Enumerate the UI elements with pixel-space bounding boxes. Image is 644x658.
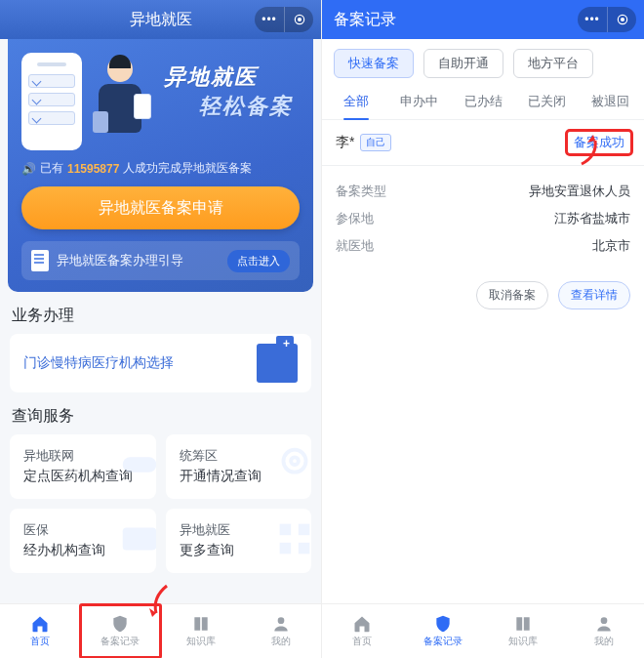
query-grid: 异地联网 定点医药机构查询 统筹区 开通情况查询 医保 经办机构查询 异地就医 … bbox=[10, 434, 311, 573]
cancel-record-button[interactable]: 取消备案 bbox=[476, 281, 548, 309]
topbar: 备案记录 bbox=[322, 0, 644, 39]
tab-knowledge[interactable]: 知识库 bbox=[161, 604, 241, 658]
svg-point-10 bbox=[278, 617, 285, 624]
user-icon bbox=[593, 614, 615, 634]
record-name: 李* bbox=[336, 134, 354, 151]
page-title: 异地就医 bbox=[130, 10, 192, 30]
chronic-label: 门诊慢特病医疗机构选择 bbox=[23, 354, 174, 372]
document-icon bbox=[31, 250, 49, 271]
tab-knowledge[interactable]: 知识库 bbox=[483, 604, 564, 658]
record-row: 参保地 江苏省盐城市 bbox=[336, 205, 630, 232]
book-icon bbox=[512, 614, 534, 634]
row-key: 备案类型 bbox=[336, 183, 386, 200]
record-row: 备案类型 异地安置退休人员 bbox=[336, 178, 630, 205]
tabbar: 首页 备案记录 知识库 我的 bbox=[322, 603, 644, 658]
subtab-processing[interactable]: 申办中 bbox=[387, 84, 451, 119]
guide-card[interactable]: 异地就医备案办理引导 点击进入 bbox=[21, 241, 300, 280]
shield-icon bbox=[432, 614, 454, 634]
screen-records: 备案记录 快速备案 自助开通 地方平台 全部 申办中 已办结 已关闭 被退回 李… bbox=[322, 0, 644, 658]
svg-point-1 bbox=[298, 19, 301, 21]
guide-text: 异地就医备案办理引导 bbox=[57, 252, 183, 269]
chip-quick[interactable]: 快速备案 bbox=[334, 49, 414, 78]
query-card-more[interactable]: 异地就医 更多查询 bbox=[166, 509, 312, 573]
tab-mine[interactable]: 我的 bbox=[241, 604, 321, 658]
hero-illustration: 异地就医 轻松备案 bbox=[21, 53, 300, 150]
guide-enter-button[interactable]: 点击进入 bbox=[227, 250, 290, 272]
query-card-agency[interactable]: 医保 经办机构查询 bbox=[10, 509, 156, 573]
row-value: 异地安置退休人员 bbox=[529, 183, 630, 200]
subtab-all[interactable]: 全部 bbox=[324, 84, 387, 119]
tab-records[interactable]: 备案记录 bbox=[80, 604, 160, 658]
tab-label: 知识库 bbox=[508, 635, 538, 648]
status-badge: 备案成功 bbox=[568, 132, 630, 153]
svg-point-3 bbox=[284, 450, 306, 473]
section-business-title: 业务办理 bbox=[12, 306, 309, 326]
query-card-network[interactable]: 异地联网 定点医药机构查询 bbox=[10, 434, 156, 499]
screen-home: 异地就医 异地就医 轻松备案 🔊 已有 11595877 bbox=[0, 0, 322, 658]
more-icon[interactable] bbox=[578, 7, 607, 32]
query-card-region[interactable]: 统筹区 开通情况查询 bbox=[166, 434, 312, 499]
subtab-returned[interactable]: 被退回 bbox=[579, 84, 642, 119]
tab-label: 备案记录 bbox=[423, 635, 463, 648]
tab-label: 首页 bbox=[352, 635, 372, 648]
self-badge: 自己 bbox=[360, 134, 391, 151]
svg-rect-2 bbox=[122, 457, 155, 472]
user-icon bbox=[270, 614, 292, 634]
close-icon[interactable] bbox=[284, 7, 313, 32]
home-icon bbox=[29, 614, 51, 634]
svg-point-13 bbox=[600, 617, 607, 624]
apply-button[interactable]: 异地就医备案申请 bbox=[21, 186, 300, 229]
tab-records[interactable]: 备案记录 bbox=[403, 604, 484, 658]
subtab-closed[interactable]: 已关闭 bbox=[515, 84, 579, 119]
tabbar: 首页 备案记录 知识库 我的 bbox=[0, 603, 321, 658]
svg-rect-8 bbox=[280, 543, 292, 555]
miniprogram-capsule[interactable] bbox=[578, 7, 636, 32]
status-tabs: 全部 申办中 已办结 已关闭 被退回 bbox=[322, 84, 644, 120]
phone-illustration bbox=[21, 53, 82, 150]
row-value: 江苏省盐城市 bbox=[554, 210, 630, 227]
chip-local[interactable]: 地方平台 bbox=[513, 49, 593, 78]
hero-title-1: 异地就医 bbox=[164, 62, 300, 92]
page-title: 备案记录 bbox=[334, 10, 396, 30]
subtab-done[interactable]: 已办结 bbox=[451, 84, 514, 119]
chip-self[interactable]: 自助开通 bbox=[423, 49, 503, 78]
svg-rect-6 bbox=[280, 524, 292, 536]
pill-icon bbox=[117, 442, 156, 487]
record-type-chips: 快速备案 自助开通 地方平台 bbox=[322, 39, 644, 84]
stats-suffix: 人成功完成异地就医备案 bbox=[123, 160, 252, 177]
stats-prefix: 已有 bbox=[40, 160, 63, 177]
tab-label: 备案记录 bbox=[101, 635, 140, 648]
tab-label: 知识库 bbox=[186, 635, 216, 648]
tab-label: 我的 bbox=[271, 635, 291, 648]
row-key: 参保地 bbox=[336, 210, 374, 227]
tab-label: 我的 bbox=[594, 635, 614, 648]
location-icon bbox=[272, 442, 311, 487]
close-icon[interactable] bbox=[607, 7, 636, 32]
miniprogram-capsule[interactable] bbox=[255, 7, 313, 32]
row-key: 就医地 bbox=[336, 237, 374, 255]
svg-point-12 bbox=[621, 19, 624, 21]
chronic-card[interactable]: 门诊慢特病医疗机构选择 bbox=[10, 334, 311, 392]
row-value: 北京市 bbox=[592, 237, 630, 255]
more-icon[interactable] bbox=[255, 7, 284, 32]
svg-rect-7 bbox=[299, 524, 310, 536]
tab-label: 首页 bbox=[30, 635, 50, 648]
view-detail-button[interactable]: 查看详情 bbox=[558, 281, 630, 309]
tab-home[interactable]: 首页 bbox=[0, 604, 80, 658]
tab-home[interactable]: 首页 bbox=[322, 604, 403, 658]
tab-mine[interactable]: 我的 bbox=[564, 604, 645, 658]
record-row: 就医地 北京市 bbox=[336, 232, 630, 260]
hero-banner: 异地就医 轻松备案 🔊 已有 11595877 人成功完成异地就医备案 异地就医… bbox=[8, 39, 313, 292]
svg-rect-5 bbox=[122, 528, 155, 551]
speaker-icon: 🔊 bbox=[21, 162, 36, 176]
hero-title-2: 轻松备案 bbox=[199, 92, 300, 121]
svg-rect-9 bbox=[299, 543, 310, 555]
svg-point-4 bbox=[291, 457, 299, 465]
record-card: 李* 自己 备案成功 备案类型 异地安置退休人员 参保地 江苏省盐城市 就医地 … bbox=[322, 120, 644, 269]
hospital-icon bbox=[257, 344, 298, 383]
section-query-title: 查询服务 bbox=[12, 406, 309, 427]
person-illustration bbox=[86, 53, 154, 150]
home-icon bbox=[351, 614, 373, 634]
hero-stats: 🔊 已有 11595877 人成功完成异地就医备案 bbox=[21, 160, 300, 177]
apply-button-label: 异地就医备案申请 bbox=[99, 198, 223, 219]
